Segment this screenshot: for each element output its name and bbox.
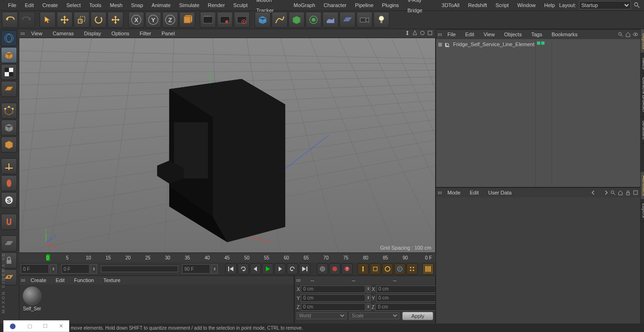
obj-menu-objects[interactable]: Objects (499, 32, 526, 37)
points-mode-button[interactable] (1, 103, 17, 119)
vp-menu-filter[interactable]: Filter (135, 31, 156, 36)
search-icon[interactable] (634, 2, 640, 8)
key-rot-button[interactable] (382, 263, 393, 275)
key-param-button[interactable]: P (394, 263, 405, 275)
z-axis-button[interactable]: Z (162, 12, 178, 28)
menu-window[interactable]: Window (513, 0, 540, 10)
vp-nav-icon[interactable] (420, 30, 426, 37)
search-icon[interactable] (610, 190, 616, 195)
obj-menu-bookmarks[interactable]: Bookmarks (547, 32, 582, 37)
tree-expand-icon[interactable]: ⊞ (438, 41, 443, 48)
coord-pos-y[interactable] (301, 294, 365, 302)
maximize-icon[interactable]: ☐ (43, 323, 48, 329)
spline-primitive-button[interactable] (272, 12, 288, 28)
attr-menu-userdata[interactable]: User Data (484, 190, 517, 195)
key-pla-button[interactable] (406, 263, 418, 275)
tab-layers[interactable]: Layers (641, 200, 644, 222)
object-name[interactable]: Fridge_Self_Service_Line_Element (453, 41, 534, 47)
spin-icon[interactable]: ⇕ (366, 285, 371, 293)
app-icon[interactable] (9, 323, 16, 330)
vp-nav-icon[interactable] (427, 30, 434, 37)
mat-menu-texture[interactable]: Texture (99, 277, 125, 283)
timeline-window-button[interactable] (422, 263, 434, 275)
goto-end-button[interactable] (299, 263, 310, 275)
spin-icon[interactable]: ⇕ (91, 264, 97, 274)
attr-menu-mode[interactable]: Mode (443, 190, 465, 195)
menu-mograph[interactable]: MoGraph (289, 0, 320, 10)
search-icon[interactable] (618, 32, 623, 37)
timeline-ruler[interactable]: 0 F 051015202530354045505560657075808590 (19, 253, 436, 262)
new-window-icon[interactable] (633, 190, 638, 195)
frame-start-input[interactable] (21, 264, 49, 274)
select-tool[interactable] (40, 12, 56, 28)
menu-pipeline[interactable]: Pipeline (351, 0, 378, 10)
attr-menu-edit[interactable]: Edit (465, 190, 484, 195)
menu-create[interactable]: Create (38, 0, 62, 10)
obj-menu-edit[interactable]: Edit (461, 32, 479, 37)
tab-content-browser[interactable]: Content Browser (641, 73, 644, 116)
menu-character[interactable]: Character (320, 0, 351, 10)
environment-button[interactable] (322, 12, 339, 28)
coord-scale-dropdown[interactable]: Scale (349, 312, 399, 319)
menu-help[interactable]: Help (540, 0, 559, 10)
editable-button[interactable] (1, 30, 17, 46)
restore-icon[interactable]: ▢ (27, 323, 32, 329)
home-icon[interactable] (625, 32, 631, 37)
spin-icon[interactable]: ⇕ (366, 294, 371, 302)
menu-tools[interactable]: Tools (85, 0, 106, 10)
workplane-button[interactable] (1, 81, 17, 97)
vp-menu-options[interactable]: Options (107, 31, 134, 36)
menu-plugins[interactable]: Plugins (378, 0, 403, 10)
render-picture-button[interactable] (217, 12, 233, 28)
timeline-scrubber[interactable] (101, 266, 178, 272)
play-button[interactable] (262, 263, 273, 275)
grip-icon[interactable] (21, 277, 26, 283)
rotate-tool[interactable] (91, 12, 107, 28)
close-icon[interactable]: ✕ (59, 323, 63, 329)
material-preview-icon[interactable] (23, 286, 41, 305)
material-item[interactable]: Self_Ser (21, 286, 43, 313)
loop-forward-button[interactable] (287, 263, 298, 275)
tab-attributes[interactable]: Attributes (641, 172, 644, 200)
visibility-dot-icon[interactable] (537, 41, 540, 45)
grip-icon[interactable] (438, 189, 443, 196)
x-axis-button[interactable]: X (128, 12, 144, 28)
coord-pos-z[interactable] (301, 303, 365, 311)
move-tool[interactable] (57, 12, 73, 28)
floor-button[interactable] (339, 12, 355, 28)
texture-mode-button[interactable] (1, 64, 17, 80)
next-frame-button[interactable] (274, 263, 286, 275)
coord-mode-dropdown[interactable]: World (297, 312, 347, 319)
lock-icon[interactable] (625, 190, 631, 195)
menu-file[interactable]: File (4, 0, 21, 10)
render-view-button[interactable] (200, 12, 216, 28)
scale-tool[interactable] (74, 12, 90, 28)
axis-button[interactable] (1, 158, 17, 174)
apply-button[interactable]: Apply (402, 312, 433, 320)
frame-out-input[interactable] (182, 264, 210, 274)
mat-menu-function[interactable]: Function (69, 277, 99, 283)
menu-redshift[interactable]: Redshift (464, 0, 491, 10)
keyframe-button[interactable] (317, 263, 328, 275)
menu-script[interactable]: Script (491, 0, 513, 10)
coord-pos-x[interactable] (301, 285, 365, 293)
layout-dropdown[interactable]: Startup (579, 1, 631, 9)
grip-icon[interactable] (438, 31, 443, 38)
object-tree-item[interactable]: ⊞ Fridge_Self_Service_Line_Element (437, 40, 535, 49)
render-dot-icon[interactable] (541, 41, 545, 45)
menu-render[interactable]: Render (204, 0, 229, 10)
y-axis-button[interactable]: Y (145, 12, 161, 28)
mat-menu-create[interactable]: Create (26, 277, 51, 283)
menu-edit[interactable]: Edit (21, 0, 38, 10)
coord-system-button[interactable] (179, 12, 195, 28)
magnet-button[interactable] (1, 214, 17, 230)
model-mode-button[interactable] (1, 47, 17, 63)
obj-menu-file[interactable]: File (443, 32, 461, 37)
keyframe-options-button[interactable]: ? (341, 263, 353, 275)
coord-size-x[interactable] (376, 285, 441, 293)
prev-frame-button[interactable] (250, 263, 261, 275)
vp-menu-panel[interactable]: Panel (157, 31, 180, 36)
obj-menu-tags[interactable]: Tags (527, 32, 547, 37)
coord-size-z[interactable] (375, 303, 440, 311)
menu-3dtoall[interactable]: 3DToAll (438, 0, 464, 10)
